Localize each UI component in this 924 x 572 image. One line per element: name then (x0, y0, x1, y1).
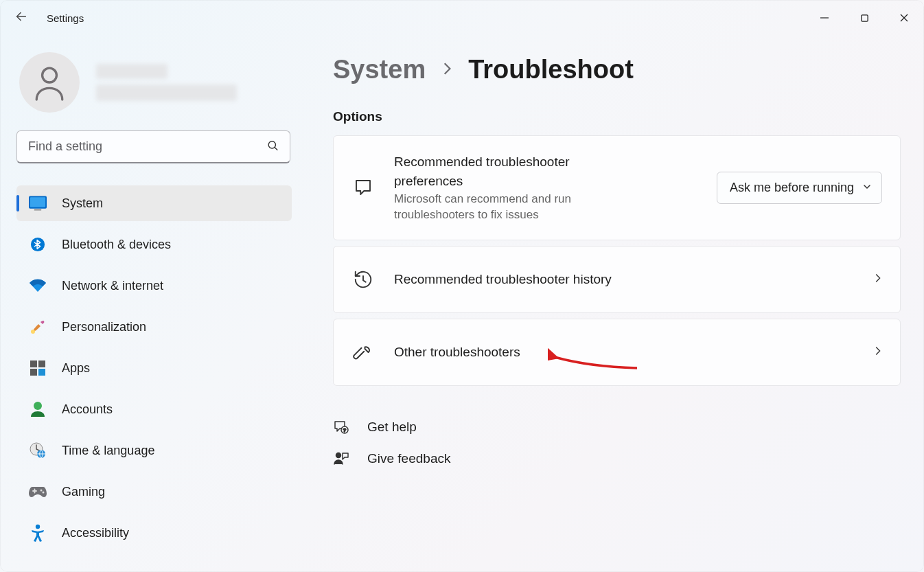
sidebar-item-label: Apps (62, 361, 90, 376)
sidebar-item-label: System (62, 196, 103, 211)
system-icon (29, 196, 47, 211)
feedback-icon (333, 450, 349, 467)
svg-rect-12 (30, 361, 37, 367)
sidebar-item-label: Accounts (62, 402, 113, 417)
nav: System Bluetooth & devices Network & int… (16, 185, 292, 556)
breadcrumb: System Troubleshoot (333, 55, 901, 84)
gamepad-icon (29, 485, 47, 498)
sidebar-item-gaming[interactable]: Gaming (16, 474, 292, 510)
link-label: Give feedback (367, 451, 450, 466)
wrench-icon (351, 342, 375, 363)
sidebar-item-system[interactable]: System (16, 185, 292, 221)
search-icon (266, 139, 279, 155)
dropdown-value: Ask me before running (730, 181, 854, 195)
sidebar-item-bluetooth[interactable]: Bluetooth & devices (16, 227, 292, 262)
svg-point-16 (34, 402, 42, 410)
card-troubleshooter-history[interactable]: Recommended troubleshooter history (333, 246, 901, 313)
apps-icon (29, 361, 47, 376)
svg-point-20 (43, 492, 45, 494)
svg-rect-14 (30, 369, 37, 376)
link-get-help[interactable]: ? Get help (333, 419, 901, 435)
accessibility-icon (29, 524, 47, 542)
accounts-icon (29, 401, 47, 417)
back-button[interactable] (14, 9, 29, 27)
chevron-right-icon (441, 61, 453, 79)
svg-rect-9 (34, 209, 42, 211)
window-close-button[interactable] (884, 4, 924, 32)
wifi-icon (29, 279, 47, 293)
clock-globe-icon (29, 442, 47, 459)
link-give-feedback[interactable]: Give feedback (333, 450, 901, 467)
svg-text:?: ? (343, 427, 347, 433)
section-title-options: Options (333, 109, 901, 124)
svg-rect-8 (30, 197, 45, 207)
svg-rect-1 (861, 14, 867, 21)
svg-point-4 (43, 68, 57, 82)
sidebar-item-label: Network & internet (62, 279, 163, 293)
sidebar-item-label: Accessibility (62, 526, 129, 540)
paintbrush-icon (29, 319, 47, 335)
app-title: Settings (47, 12, 84, 24)
sidebar-item-time-language[interactable]: Time & language (16, 433, 292, 468)
sidebar-item-label: Gaming (62, 485, 105, 499)
card-title: Recommended troubleshooter preferences (394, 152, 627, 190)
help-icon: ? (333, 419, 349, 435)
window-maximize-button[interactable] (844, 4, 884, 32)
svg-point-19 (41, 490, 43, 492)
card-title: Other troubleshooters (394, 343, 853, 362)
sidebar-item-network[interactable]: Network & internet (16, 268, 292, 304)
svg-point-11 (31, 330, 35, 334)
profile-name-blurred (96, 64, 168, 79)
breadcrumb-current: Troubleshoot (468, 55, 634, 84)
svg-line-6 (275, 148, 277, 150)
history-icon (351, 269, 375, 290)
window-minimize-button[interactable] (805, 4, 844, 32)
chevron-right-icon (873, 345, 882, 360)
sidebar: System Bluetooth & devices Network & int… (0, 36, 299, 572)
profile-email-blurred (96, 84, 237, 101)
sidebar-item-accounts[interactable]: Accounts (16, 391, 292, 427)
main-content: System Troubleshoot Options Recommended … (299, 36, 924, 572)
sidebar-item-accessibility[interactable]: Accessibility (16, 515, 292, 551)
chevron-right-icon (873, 272, 882, 287)
svg-rect-15 (38, 369, 45, 376)
svg-point-21 (36, 525, 40, 529)
svg-point-24 (336, 453, 341, 457)
card-subtitle: Microsoft can recommend and run troubles… (394, 192, 627, 223)
titlebar: Settings (0, 0, 924, 36)
sidebar-item-personalization[interactable]: Personalization (16, 309, 292, 345)
sidebar-item-label: Bluetooth & devices (62, 238, 171, 252)
profile-section[interactable] (16, 52, 292, 113)
sidebar-item-label: Personalization (62, 320, 146, 334)
card-title: Recommended troubleshooter history (394, 270, 853, 289)
profile-info (96, 64, 237, 101)
chevron-down-icon (862, 181, 872, 195)
card-troubleshooter-preferences: Recommended troubleshooter preferences M… (333, 135, 901, 240)
breadcrumb-root[interactable]: System (333, 55, 426, 84)
sidebar-item-label: Time & language (62, 444, 154, 458)
card-other-troubleshooters[interactable]: Other troubleshooters (333, 319, 901, 386)
avatar (19, 52, 80, 113)
sidebar-item-apps[interactable]: Apps (16, 350, 292, 386)
search-input[interactable] (16, 130, 290, 163)
bluetooth-icon (29, 236, 47, 253)
chat-icon (351, 177, 375, 198)
svg-rect-13 (38, 361, 45, 367)
preferences-dropdown[interactable]: Ask me before running (717, 172, 882, 204)
link-label: Get help (367, 420, 417, 435)
